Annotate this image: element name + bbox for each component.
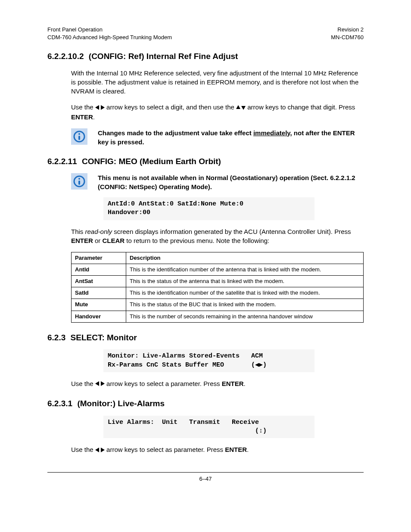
svg-point-8 bbox=[78, 178, 80, 180]
svg-rect-9 bbox=[78, 180, 80, 185]
heading-monitor-live-alarms: 6.2.3.1 (Monitor:) Live-Alarms bbox=[47, 398, 364, 410]
col-description: Description bbox=[126, 252, 364, 264]
header-product: CDM-760 Advanced High-Speed Trunking Mod… bbox=[47, 34, 172, 41]
paragraph: Use the arrow keys to select as paramete… bbox=[71, 445, 364, 455]
table-row: HandoverThis is the number of seconds re… bbox=[72, 311, 364, 322]
paragraph: With the Internal 10 MHz Reference selec… bbox=[71, 68, 364, 96]
table-header-row: Parameter Description bbox=[72, 252, 364, 264]
table-row: MuteThis is the status of the BUC that i… bbox=[72, 299, 364, 311]
page-number: 6–47 bbox=[199, 476, 212, 482]
heading-title: SELECT: Monitor bbox=[71, 333, 137, 342]
lcd-display: AntId:0 AntStat:0 SatId:None Mute:0 Hand… bbox=[103, 197, 314, 220]
heading-title: (Monitor:) Live-Alarms bbox=[77, 399, 165, 408]
header-section: Front Panel Operation bbox=[47, 26, 172, 34]
info-icon bbox=[71, 173, 87, 190]
svg-marker-13 bbox=[101, 448, 105, 452]
table-row: AntSatThis is the status of the antenna … bbox=[72, 275, 364, 287]
heading-num: 6.2.2.11 bbox=[47, 157, 77, 166]
header-revision: Revision 2 bbox=[331, 26, 364, 34]
heading-title: CONFIG: MEO (Medium Earth Orbit) bbox=[82, 157, 221, 166]
paragraph: This read-only screen displays informati… bbox=[71, 227, 364, 245]
paragraph: Use the arrow keys to select a digit, an… bbox=[71, 103, 364, 121]
left-right-arrows-icon bbox=[95, 103, 105, 112]
note-text: Changes made to the adjustment value tak… bbox=[98, 128, 364, 146]
heading-select-monitor: 6.2.3 SELECT: Monitor bbox=[47, 332, 364, 344]
col-parameter: Parameter bbox=[72, 252, 126, 264]
info-note: Changes made to the adjustment value tak… bbox=[71, 128, 364, 146]
svg-marker-12 bbox=[95, 448, 99, 452]
up-down-arrows-icon bbox=[236, 103, 246, 112]
lcd-display: Live Alarms: Unit Transmit Receive (↕) bbox=[103, 416, 314, 439]
left-right-arrows-icon bbox=[95, 445, 105, 454]
left-right-arrows-icon bbox=[95, 379, 105, 388]
heading-config-ref: 6.2.2.10.2 (CONFIG: Ref) Internal Ref Fi… bbox=[47, 51, 364, 62]
svg-rect-6 bbox=[78, 136, 80, 140]
info-icon bbox=[71, 128, 87, 145]
svg-marker-11 bbox=[101, 381, 105, 386]
parameter-table: Parameter Description AntIdThis is the i… bbox=[71, 252, 364, 323]
heading-num: 6.2.3 bbox=[47, 333, 65, 342]
note-text: This menu is not available when in Norma… bbox=[98, 173, 364, 191]
lcd-display: Monitor: Live-Alarms Stored-Events ACM R… bbox=[103, 349, 314, 372]
header-docnum: MN-CDM760 bbox=[331, 34, 364, 41]
table-row: AntIdThis is the identification number o… bbox=[72, 264, 364, 275]
paragraph: Use the arrow keys to select a parameter… bbox=[71, 379, 364, 389]
svg-marker-0 bbox=[95, 105, 99, 110]
heading-num: 6.2.3.1 bbox=[47, 399, 72, 408]
svg-marker-3 bbox=[241, 106, 246, 110]
svg-marker-2 bbox=[236, 105, 240, 109]
heading-num: 6.2.2.10.2 bbox=[47, 52, 84, 61]
table-row: SatIdThis is the identification number o… bbox=[72, 287, 364, 299]
svg-marker-1 bbox=[101, 105, 105, 110]
heading-config-meo: 6.2.2.11 CONFIG: MEO (Medium Earth Orbit… bbox=[47, 156, 364, 168]
svg-point-5 bbox=[78, 133, 80, 135]
heading-title: (CONFIG: Ref) Internal Ref Fine Adjust bbox=[89, 52, 238, 61]
info-note: This menu is not available when in Norma… bbox=[71, 173, 364, 191]
page-footer: 6–47 bbox=[47, 472, 364, 483]
page-header: Front Panel Operation CDM-760 Advanced H… bbox=[47, 26, 364, 41]
svg-marker-10 bbox=[95, 381, 99, 386]
